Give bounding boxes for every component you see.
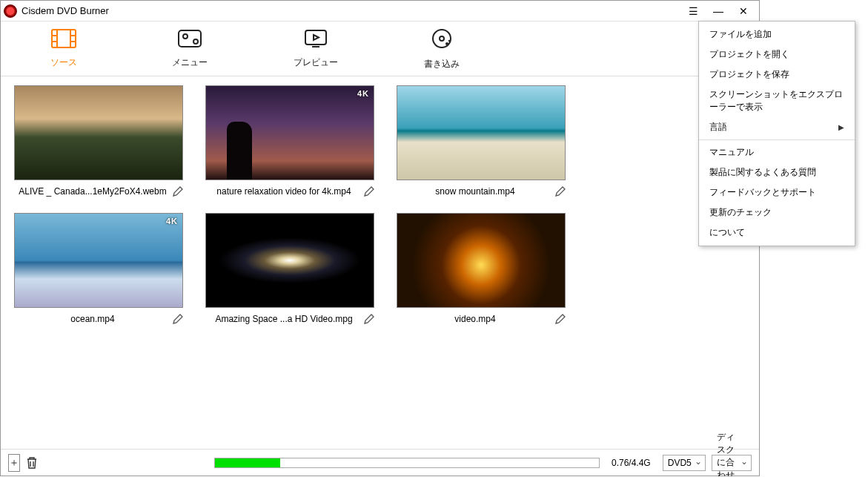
video-item[interactable]: 4K ocean.mp4 (14, 213, 185, 326)
video-item[interactable]: 4K nature relaxation video for 4k.mp4 (205, 85, 376, 198)
menu-item-label: 製品に関するよくある質問 (709, 166, 816, 179)
menu-separator (699, 139, 855, 140)
video-thumbnail[interactable]: 4K (14, 213, 183, 308)
capacity-progress-bar (214, 458, 600, 468)
menu-item-label: マニュアル (709, 146, 754, 159)
edit-icon[interactable] (554, 185, 567, 198)
tab-label: メニュー (172, 56, 208, 69)
video-filename: Amazing Space ...a HD Video.mpg (205, 314, 362, 324)
menu-item-label: 更新のチェック (709, 206, 772, 219)
film-icon (51, 29, 76, 53)
menu-item-label: 言語 (709, 121, 727, 134)
menu-item-label: フィードバックとサポート (709, 186, 816, 199)
svg-rect-0 (52, 30, 76, 47)
tab-menu[interactable]: メニュー (127, 22, 253, 76)
video-thumbnail[interactable]: 4K (205, 85, 374, 180)
hamburger-menu-button[interactable]: ☰ (680, 1, 706, 21)
menu-item[interactable]: について (699, 223, 855, 243)
add-file-button[interactable]: ＋ (8, 454, 20, 472)
video-thumbnail[interactable] (14, 85, 183, 180)
capacity-text: 0.76/4.4G (612, 458, 651, 468)
resolution-badge: 4K (357, 89, 369, 98)
minimize-button[interactable]: — (706, 1, 731, 21)
disc-type-value: DVD5 (668, 458, 692, 468)
menu-item-label: プロジェクトを保存 (709, 68, 789, 81)
menu-item[interactable]: 更新のチェック (699, 203, 855, 223)
tab-label: プレビュー (294, 56, 338, 69)
menu-item[interactable]: プロジェクトを保存 (699, 65, 855, 85)
fit-mode-select[interactable]: ディスクに合わせる (712, 455, 752, 471)
svg-point-14 (440, 36, 444, 41)
edit-icon[interactable] (362, 312, 376, 326)
video-thumbnail[interactable] (397, 85, 566, 180)
svg-marker-11 (314, 35, 319, 40)
tab-source[interactable]: ソース (1, 22, 127, 76)
video-thumbnail[interactable] (205, 213, 374, 308)
video-item[interactable]: snow mountain.mp4 (397, 85, 567, 198)
video-item[interactable]: video.mp4 (397, 213, 567, 326)
close-button[interactable]: ✕ (731, 1, 756, 21)
app-title: Cisdem DVD Burner (21, 5, 109, 16)
menu-item[interactable]: フィードバックとサポート (699, 182, 855, 203)
tab-label: 書き込み (424, 58, 460, 70)
menu-item[interactable]: 言語▶ (699, 117, 855, 137)
app-icon (4, 4, 17, 18)
video-item[interactable]: Amazing Space ...a HD Video.mpg (205, 213, 376, 326)
menu-item[interactable]: マニュアル (699, 142, 855, 162)
video-filename: nature relaxation video for 4k.mp4 (205, 186, 362, 197)
titlebar: Cisdem DVD Burner ☰ — ✕ (1, 1, 759, 22)
menu-item[interactable]: スクリーンショットをエクスプローラーで表示 (699, 85, 855, 117)
menu-item[interactable]: ファイルを追加 (699, 24, 855, 45)
play-screen-icon (303, 29, 328, 53)
edit-icon[interactable] (554, 312, 567, 326)
video-filename: ocean.mp4 (14, 314, 171, 324)
disc-burn-icon (431, 27, 453, 55)
bottom-toolbar: ＋ 0.76/4.4G DVD5 ディスクに合わせる (1, 449, 759, 476)
video-filename: ALIVE _ Canada...1eMy2FoX4.webm (14, 186, 171, 197)
tab-burn[interactable]: 書き込み (379, 22, 505, 76)
capacity-fill (215, 458, 280, 467)
edit-icon[interactable] (362, 185, 376, 198)
app-window: Cisdem DVD Burner ☰ — ✕ ソース メニュー プレビュー (0, 0, 760, 476)
menu-design-icon (177, 29, 202, 53)
svg-rect-7 (179, 30, 201, 47)
source-grid-area: ALIVE _ Canada...1eMy2FoX4.webm 4K natur… (1, 76, 759, 449)
main-tabs: ソース メニュー プレビュー 書き込み (1, 22, 759, 76)
delete-button[interactable] (26, 454, 38, 472)
svg-point-8 (183, 34, 188, 39)
fit-mode-value: ディスクに合わせる (717, 431, 738, 476)
tab-label: ソース (50, 56, 77, 69)
menu-item[interactable]: 製品に関するよくある質問 (699, 162, 855, 182)
edit-icon[interactable] (171, 185, 185, 198)
svg-point-16 (448, 39, 450, 41)
tab-preview[interactable]: プレビュー (253, 22, 379, 76)
menu-item[interactable]: プロジェクトを開く (699, 45, 855, 65)
resolution-badge: 4K (166, 217, 178, 226)
menu-item-label: ファイルを追加 (709, 28, 772, 41)
svg-rect-10 (305, 30, 326, 45)
svg-point-15 (445, 42, 448, 45)
disc-type-select[interactable]: DVD5 (663, 455, 706, 471)
menu-item-label: プロジェクトを開く (709, 48, 789, 61)
hamburger-menu-popup: ファイルを追加プロジェクトを開くプロジェクトを保存スクリーンショットをエクスプロ… (698, 21, 855, 246)
submenu-arrow-icon: ▶ (838, 123, 844, 131)
edit-icon[interactable] (171, 312, 185, 326)
svg-point-9 (193, 39, 198, 44)
video-item[interactable]: ALIVE _ Canada...1eMy2FoX4.webm (14, 85, 185, 198)
menu-item-label: について (709, 226, 745, 239)
video-filename: video.mp4 (397, 314, 554, 324)
menu-item-label: スクリーンショットをエクスプローラーで表示 (709, 88, 844, 114)
video-thumbnail[interactable] (397, 213, 566, 308)
video-filename: snow mountain.mp4 (397, 186, 554, 197)
